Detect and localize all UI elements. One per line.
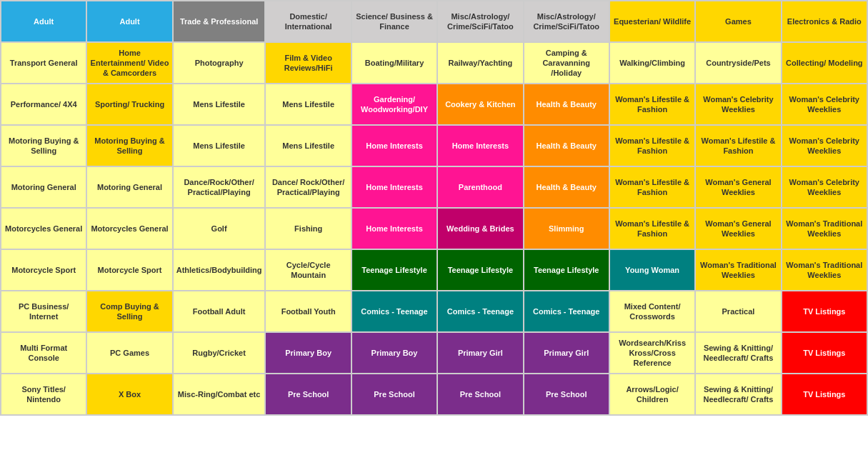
cell-row1-col1: Sporting/ Trucking <box>86 84 172 125</box>
cell-row5-col2: Athletics/Bodybuilding <box>173 249 266 291</box>
cell-row4-col3: Fishing <box>265 208 351 249</box>
cell-row3-col4: Home Interests <box>351 166 437 208</box>
header-col-5: Misc/Astrology/ Crime/SciFi/Tatoo <box>437 1 523 42</box>
cell-row5-col9: Woman's Traditional Weeklies <box>782 249 867 291</box>
cell-row0-col8: Countryside/Pets <box>695 42 781 84</box>
cell-row8-col9: TV Listings <box>782 374 867 415</box>
cell-row7-col3: Primary Boy <box>265 332 351 374</box>
cell-row0-col7: Walking/Climbing <box>609 42 695 84</box>
cell-row4-col7: Woman's Lifestile & Fashion <box>609 208 695 249</box>
cell-row4-col0: Motorcycles General <box>1 208 86 249</box>
cell-row0-col0: Transport General <box>1 42 86 84</box>
cell-row1-col4: Gardening/ Woodworking/DIY <box>351 84 437 125</box>
cell-row3-col7: Woman's Lifestile & Fashion <box>609 166 695 208</box>
header-col-6: Misc/Astrology/ Crime/SciFi/Tatoo <box>524 1 609 42</box>
cell-row0-col4: Boating/Military <box>351 42 437 84</box>
cell-row3-col8: Woman's General Weeklies <box>695 166 781 208</box>
cell-row4-col8: Woman's General Weeklies <box>695 208 781 249</box>
cell-row6-col7: Mixed Content/ Crosswords <box>609 291 695 332</box>
cell-row0-col2: Photography <box>173 42 266 84</box>
cell-row6-col9: TV Listings <box>782 291 867 332</box>
cell-row8-col0: Sony Titles/ Nintendo <box>1 374 86 415</box>
cell-row1-col2: Mens Lifestile <box>173 84 266 125</box>
cell-row3-col5: Parenthood <box>437 166 523 208</box>
header-col-8: Games <box>695 1 781 42</box>
cell-row5-col3: Cycle/Cycle Mountain <box>265 249 351 291</box>
cell-row1-col3: Mens Lifestile <box>265 84 351 125</box>
cell-row2-col4: Home Interests <box>351 125 437 166</box>
cell-row3-col9: Woman's Celebrity Weeklies <box>782 166 867 208</box>
cell-row5-col1: Motorcycle Sport <box>86 249 172 291</box>
cell-row4-col4: Home Interests <box>351 208 437 249</box>
cell-row7-col9: TV Listings <box>782 332 867 374</box>
cell-row7-col4: Primary Boy <box>351 332 437 374</box>
cell-row2-col9: Woman's Celebrity Weeklies <box>782 125 867 166</box>
cell-row7-col7: Wordsearch/Kriss Kross/Cross Reference <box>609 332 695 374</box>
cell-row4-col6: Slimming <box>524 208 609 249</box>
cell-row2-col8: Woman's Lifestile & Fashion <box>695 125 781 166</box>
cell-row4-col2: Golf <box>173 208 266 249</box>
header-col-1: Adult <box>86 1 172 42</box>
cell-row7-col6: Primary Girl <box>524 332 609 374</box>
cell-row7-col2: Rugby/Cricket <box>173 332 266 374</box>
cell-row5-col7: Young Woman <box>609 249 695 291</box>
cell-row3-col1: Motoring General <box>86 166 172 208</box>
cell-row5-col8: Woman's Traditional Weeklies <box>695 249 781 291</box>
cell-row7-col1: PC Games <box>86 332 172 374</box>
cell-row1-col0: Performance/ 4X4 <box>1 84 86 125</box>
cell-row6-col4: Comics - Teenage <box>351 291 437 332</box>
cell-row2-col3: Mens Lifestile <box>265 125 351 166</box>
cell-row5-col6: Teenage Lifestyle <box>524 249 609 291</box>
cell-row0-col3: Film & Video Reviews/HiFi <box>265 42 351 84</box>
cell-row3-col3: Dance/ Rock/Other/ Practical/Playing <box>265 166 351 208</box>
cell-row4-col1: Motorcycles General <box>86 208 172 249</box>
cell-row8-col8: Sewing & Knitting/ Needlecraft/ Crafts <box>695 374 781 415</box>
cell-row0-col1: Home Entertainment/ Video & Camcorders <box>86 42 172 84</box>
cell-row1-col5: Cookery & Kitchen <box>437 84 523 125</box>
cell-row5-col4: Teenage Lifestyle <box>351 249 437 291</box>
cell-row6-col8: Practical <box>695 291 781 332</box>
cell-row8-col5: Pre School <box>437 374 523 415</box>
cell-row6-col2: Football Adult <box>173 291 266 332</box>
cell-row4-col9: Woman's Traditional Weeklies <box>782 208 867 249</box>
cell-row7-col0: Multi Format Console <box>1 332 86 374</box>
cell-row5-col5: Teenage Lifestyle <box>437 249 523 291</box>
cell-row8-col3: Pre School <box>265 374 351 415</box>
cell-row0-col9: Collecting/ Modeling <box>782 42 867 84</box>
cell-row3-col2: Dance/Rock/Other/ Practical/Playing <box>173 166 266 208</box>
cell-row6-col0: PC Business/ Internet <box>1 291 86 332</box>
cell-row1-col6: Health & Beauty <box>524 84 609 125</box>
cell-row1-col9: Woman's Celebrity Weeklies <box>782 84 867 125</box>
cell-row1-col8: Woman's Celebrity Weeklies <box>695 84 781 125</box>
cell-row2-col5: Home Interests <box>437 125 523 166</box>
cell-row2-col2: Mens Lifestile <box>173 125 266 166</box>
cell-row2-col1: Motoring Buying & Selling <box>86 125 172 166</box>
cell-row6-col5: Comics - Teenage <box>437 291 523 332</box>
cell-row2-col0: Motoring Buying & Selling <box>1 125 86 166</box>
cell-row3-col6: Health & Beauty <box>524 166 609 208</box>
cell-row6-col1: Comp Buying & Selling <box>86 291 172 332</box>
header-col-0: Adult <box>1 1 86 42</box>
cell-row0-col5: Railway/Yachting <box>437 42 523 84</box>
cell-row0-col6: Camping & Caravanning /Holiday <box>524 42 609 84</box>
cell-row7-col8: Sewing & Knitting/ Needlecraft/ Crafts <box>695 332 781 374</box>
cell-row8-col6: Pre School <box>524 374 609 415</box>
cell-row3-col0: Motoring General <box>1 166 86 208</box>
main-grid: AdultAdultTrade & ProfessionalDomestic/ … <box>0 0 868 416</box>
cell-row1-col7: Woman's Lifestile & Fashion <box>609 84 695 125</box>
cell-row8-col7: Arrows/Logic/ Children <box>609 374 695 415</box>
cell-row8-col4: Pre School <box>351 374 437 415</box>
header-col-4: Science/ Business & Finance <box>351 1 437 42</box>
cell-row4-col5: Wedding & Brides <box>437 208 523 249</box>
header-col-3: Domestic/ International <box>265 1 351 42</box>
cell-row8-col2: Misc-Ring/Combat etc <box>173 374 266 415</box>
cell-row6-col6: Comics - Teenage <box>524 291 609 332</box>
cell-row7-col5: Primary Girl <box>437 332 523 374</box>
cell-row8-col1: X Box <box>86 374 172 415</box>
header-col-2: Trade & Professional <box>173 1 266 42</box>
cell-row5-col0: Motorcycle Sport <box>1 249 86 291</box>
header-col-9: Electronics & Radio <box>782 1 867 42</box>
cell-row2-col6: Health & Beauty <box>524 125 609 166</box>
cell-row6-col3: Football Youth <box>265 291 351 332</box>
header-col-7: Equesterian/ Wildlife <box>609 1 695 42</box>
